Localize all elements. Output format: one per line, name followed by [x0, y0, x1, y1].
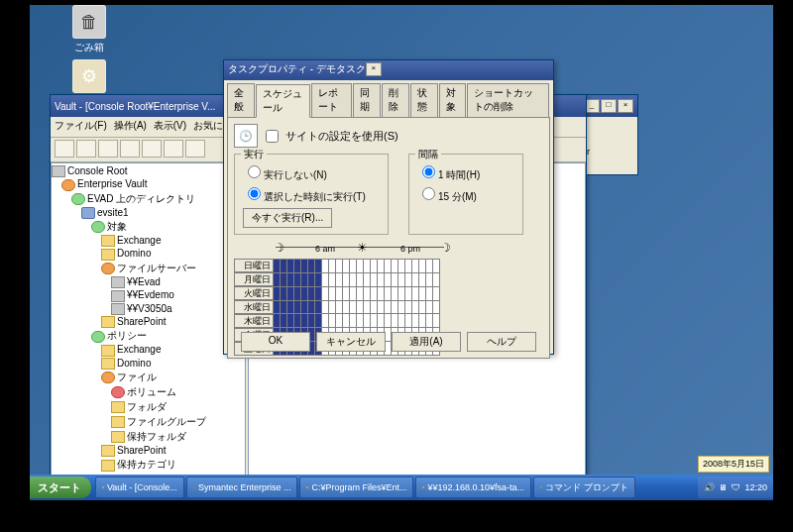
schedule-cell[interactable]: [433, 272, 440, 286]
schedule-cell[interactable]: [308, 272, 315, 286]
schedule-cell[interactable]: [419, 314, 426, 328]
schedule-cell[interactable]: [364, 272, 371, 286]
schedule-cell[interactable]: [426, 260, 433, 273]
tray-icon[interactable]: 🔊: [704, 482, 715, 492]
schedule-cell[interactable]: [281, 314, 287, 328]
schedule-cell[interactable]: [287, 300, 294, 314]
schedule-cell[interactable]: [392, 314, 398, 328]
schedule-cell[interactable]: [378, 260, 385, 273]
toolbar-button[interactable]: [164, 140, 183, 158]
schedule-cell[interactable]: [412, 300, 419, 314]
taskbar-item[interactable]: ¥¥192.168.0.10¥fsa-ta...: [415, 477, 531, 498]
schedule-cell[interactable]: [419, 260, 426, 273]
schedule-cell[interactable]: [378, 300, 385, 314]
tab-report[interactable]: レポート: [311, 83, 352, 117]
schedule-cell[interactable]: [371, 314, 378, 328]
schedule-cell[interactable]: [294, 286, 301, 300]
schedule-cell[interactable]: [329, 260, 336, 273]
tree-node-ev[interactable]: Enterprise Vault: [77, 178, 147, 189]
schedule-cell[interactable]: [426, 314, 433, 328]
schedule-cell[interactable]: [419, 300, 426, 314]
schedule-cell[interactable]: [343, 286, 350, 300]
schedule-cell[interactable]: [274, 260, 281, 273]
interval-1h-radio[interactable]: [422, 165, 435, 178]
schedule-cell[interactable]: [364, 300, 371, 314]
tree-node-filegroup[interactable]: ファイルグループ: [127, 416, 206, 427]
taskbar-item[interactable]: Vault - [Console...: [95, 477, 184, 498]
schedule-cell[interactable]: [329, 286, 336, 300]
schedule-cell[interactable]: [308, 286, 315, 300]
schedule-cell[interactable]: [357, 314, 364, 328]
schedule-cell[interactable]: [398, 286, 405, 300]
exec-none-radio[interactable]: [248, 165, 261, 178]
schedule-cell[interactable]: [287, 260, 294, 273]
schedule-cell[interactable]: [364, 260, 371, 273]
schedule-cell[interactable]: [343, 314, 350, 328]
tab-general[interactable]: 全般: [227, 83, 255, 117]
tree-node-exchange2[interactable]: Exchange: [117, 344, 161, 355]
schedule-cell[interactable]: [301, 300, 308, 314]
tree-node-site[interactable]: evsite1: [97, 207, 129, 218]
taskbar-item[interactable]: C:¥Program Files¥Ent...: [299, 477, 413, 498]
schedule-cell[interactable]: [315, 286, 322, 300]
schedule-cell[interactable]: [336, 286, 343, 300]
schedule-cell[interactable]: [378, 314, 385, 328]
toolbar-button[interactable]: [98, 140, 118, 158]
desktop-icon-trash[interactable]: 🗑 ごみ箱: [59, 5, 119, 54]
schedule-cell[interactable]: [294, 314, 301, 328]
schedule-cell[interactable]: [378, 286, 385, 300]
taskbar-item[interactable]: コマンド プロンプト: [533, 477, 635, 498]
schedule-cell[interactable]: [385, 314, 392, 328]
schedule-cell[interactable]: [357, 286, 364, 300]
ok-button[interactable]: OK: [241, 332, 310, 352]
schedule-cell[interactable]: [357, 300, 364, 314]
tree-node-evad[interactable]: ¥¥Evad: [127, 276, 161, 287]
menu-action[interactable]: 操作(A): [114, 120, 147, 131]
tree-node-sharepoint2[interactable]: SharePoint: [117, 445, 166, 456]
schedule-cell[interactable]: [433, 300, 440, 314]
schedule-cell[interactable]: [336, 314, 343, 328]
schedule-cell[interactable]: [392, 272, 398, 286]
tree-node-evdemo[interactable]: ¥¥Evdemo: [127, 289, 174, 300]
schedule-cell[interactable]: [315, 300, 322, 314]
tree-node-targets[interactable]: 対象: [107, 221, 127, 232]
schedule-cell[interactable]: [412, 286, 419, 300]
schedule-cell[interactable]: [426, 300, 433, 314]
tree-node-sharepoint[interactable]: SharePoint: [117, 316, 166, 327]
schedule-cell[interactable]: [308, 300, 315, 314]
schedule-cell[interactable]: [433, 314, 440, 328]
schedule-cell[interactable]: [287, 286, 294, 300]
schedule-cell[interactable]: [336, 272, 343, 286]
schedule-cell[interactable]: [274, 286, 281, 300]
schedule-cell[interactable]: [371, 300, 378, 314]
menu-view[interactable]: 表示(V): [154, 120, 186, 131]
apply-button[interactable]: 適用(A): [392, 332, 461, 352]
schedule-cell[interactable]: [364, 286, 371, 300]
schedule-cell[interactable]: [350, 314, 357, 328]
schedule-cell[interactable]: [398, 260, 405, 273]
tree-node-policy[interactable]: ポリシー: [107, 330, 147, 341]
schedule-cell[interactable]: [315, 260, 322, 273]
schedule-cell[interactable]: [322, 314, 329, 328]
schedule-cell[interactable]: [433, 260, 440, 273]
schedule-cell[interactable]: [301, 260, 308, 273]
schedule-cell[interactable]: [371, 272, 378, 286]
tree-node-dir[interactable]: EVAD 上のディレクトリ: [87, 193, 195, 204]
tree-node-domino2[interactable]: Domino: [117, 358, 151, 369]
schedule-cell[interactable]: [385, 260, 392, 273]
schedule-cell[interactable]: [350, 272, 357, 286]
maximize-button[interactable]: □: [601, 99, 617, 113]
schedule-cell[interactable]: [412, 314, 419, 328]
schedule-cell[interactable]: [322, 260, 329, 273]
schedule-cell[interactable]: [315, 314, 322, 328]
schedule-cell[interactable]: [281, 286, 287, 300]
schedule-cell[interactable]: [294, 272, 301, 286]
schedule-cell[interactable]: [274, 300, 281, 314]
schedule-cell[interactable]: [405, 300, 412, 314]
tab-delete[interactable]: 削除: [382, 83, 409, 117]
schedule-cell[interactable]: [322, 272, 329, 286]
schedule-cell[interactable]: [329, 300, 336, 314]
dialog-close-button[interactable]: ×: [366, 62, 382, 76]
schedule-cell[interactable]: [329, 314, 336, 328]
system-tray[interactable]: 🔊 🖥 🛡 12:20: [698, 477, 773, 498]
